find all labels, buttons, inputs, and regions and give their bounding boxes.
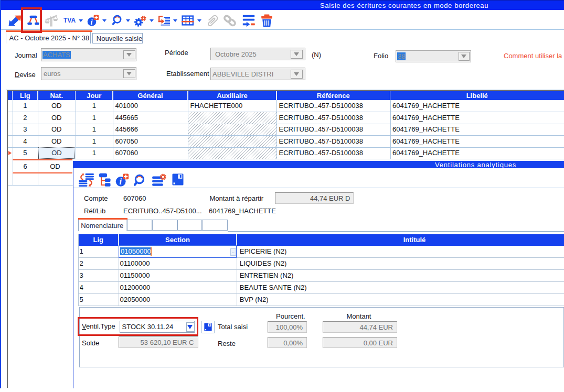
grid-cell-jour[interactable]: 1 (76, 100, 113, 112)
grid-header-libelle[interactable]: Libellé (390, 91, 564, 100)
grid-cell-nat[interactable]: OD (38, 136, 76, 148)
grid-header-jour[interactable]: Jour (76, 91, 113, 100)
tva-dropdown-icon[interactable] (79, 19, 83, 22)
grid-cell-lig[interactable]: 1 (13, 100, 38, 112)
list-settings-icon[interactable] (152, 173, 168, 187)
section-cell-lig[interactable]: 1 (80, 246, 116, 258)
tab-empty-4[interactable] (202, 220, 228, 231)
section-cell-lig[interactable]: 4 (80, 282, 116, 294)
grid-cell-libelle[interactable]: 6041769_HACHETTE (392, 124, 564, 136)
transfer-icon[interactable] (78, 173, 94, 187)
section-cell-lig[interactable]: 2 (80, 258, 116, 270)
send-dropdown-icon[interactable] (173, 19, 177, 22)
import-lines-icon[interactable] (242, 15, 255, 27)
section-cell-section[interactable]: 01150000 (120, 270, 236, 282)
section-cell-section[interactable]: 02050000 (120, 294, 236, 306)
section-cell-section[interactable]: 01200000 (120, 282, 236, 294)
section-cell-intitule[interactable]: BVP (N2) (240, 294, 561, 306)
grid-cell-auxiliaire[interactable]: FHACHETTE000 (190, 100, 276, 112)
table-icon[interactable] (182, 15, 194, 26)
grid-cell-general[interactable]: 445666 (115, 124, 188, 136)
grid-cell-nat[interactable]: OD (38, 112, 76, 124)
section-row-separator (78, 306, 564, 306)
grid-cell-jour[interactable]: 1 (76, 124, 113, 136)
section-cell-intitule[interactable]: LIQUIDES (N2) (240, 258, 561, 270)
section-editor-cell[interactable]: 01050000 .. (119, 245, 237, 258)
etablissement-combo[interactable]: ABBEVILLE DISTRI (210, 68, 305, 80)
grid-cell-lig[interactable]: 4 (13, 136, 38, 148)
panel-search-icon[interactable] (134, 174, 146, 186)
grid-cell-reference[interactable]: ECRITUBO..457-D5100038 (279, 100, 390, 112)
grid-cell-lig[interactable]: 3 (13, 124, 38, 136)
grid-cell-reference[interactable]: ECRITUBO..457-D5100038 (279, 136, 390, 148)
info-dropdown-icon[interactable] (102, 19, 107, 22)
grid-cell-lig[interactable]: 2 (13, 112, 38, 124)
section-cell-lig[interactable]: 5 (80, 294, 116, 306)
section-cell-lig[interactable]: 3 (80, 270, 116, 282)
tree-icon[interactable] (99, 173, 111, 187)
tab-entry-batch[interactable]: AC - Octobre 2025 - N° 38 (6, 32, 91, 43)
grid-cell-jour[interactable]: 1 (76, 136, 113, 148)
grid-cell-general[interactable]: 607050 (115, 136, 188, 148)
section-cell-intitule[interactable]: BEAUTE SANTE (N2) (240, 282, 561, 294)
grid-cell-libelle[interactable]: 6041769_HACHETTE (392, 100, 564, 112)
panel-save-icon[interactable] (172, 173, 184, 186)
grid-header-nat[interactable]: Nat. (38, 91, 76, 100)
grid-cell-general[interactable]: 401000 (115, 100, 188, 112)
grid-cell-general[interactable]: 445665 (115, 112, 188, 124)
grid-cell-nat[interactable]: OD (38, 124, 76, 136)
grid-header-auxiliaire[interactable]: Auxiliaire (188, 91, 276, 100)
exit-icon[interactable] (8, 15, 22, 27)
section-browse-button[interactable]: .. (230, 248, 237, 256)
help-link[interactable]: Comment utiliser la (504, 52, 562, 60)
grid-cell-reference[interactable]: ECRITUBO..457-D5100038 (279, 112, 390, 124)
grid-cell-jour[interactable]: 1 (76, 112, 113, 124)
section-header-lig[interactable]: Lig (67, 234, 130, 246)
grid-cell-libelle[interactable]: 6041769_HACHETTE (392, 136, 564, 148)
row6-lig[interactable]: 6 (13, 161, 38, 173)
settings-dropdown-icon[interactable] (150, 19, 154, 22)
grid-cell-jour[interactable]: 1 (76, 147, 113, 159)
folio-dropdown-button[interactable] (459, 52, 470, 61)
trash-icon[interactable] (261, 14, 273, 27)
row6-nat[interactable]: OD (38, 161, 72, 173)
grid-cell-reference[interactable]: ECRITUBO..457-D5100038 (279, 147, 390, 159)
settings-icon[interactable] (134, 15, 147, 27)
section-cell-intitule[interactable]: EPICERIE (N2) (240, 246, 561, 258)
devise-combo[interactable]: euros (41, 67, 136, 80)
etablissement-dropdown-button[interactable] (291, 70, 303, 79)
grid-cell-libelle[interactable]: 6041769_HACHETTE (392, 112, 564, 124)
section-cell-intitule[interactable]: ENTRETIEN (N2) (240, 270, 561, 282)
table-dropdown-icon[interactable] (197, 19, 201, 22)
section-cell-section[interactable]: 01100000 (120, 258, 236, 270)
devise-dropdown-button[interactable] (123, 69, 135, 79)
save-ventil-icon (204, 323, 212, 331)
grid-cell-libelle[interactable]: 6041769_HACHETTE (392, 147, 564, 159)
grid-cell-reference[interactable]: ECRITUBO..457-D5100038 (279, 124, 390, 136)
tab-empty-2[interactable] (152, 220, 177, 231)
tab-new-entry[interactable]: Nouvelle saisie (92, 33, 143, 43)
grid-header-general[interactable]: Général (113, 91, 188, 100)
grid-cell-general[interactable]: 607060 (115, 147, 188, 159)
grid-header-reference[interactable]: Référence (276, 91, 390, 100)
panel-info-add-icon[interactable] (115, 173, 129, 187)
search-icon[interactable] (112, 15, 123, 25)
info-add-icon[interactable] (87, 15, 99, 26)
tab-empty-3[interactable] (177, 220, 203, 231)
grid-header-lig[interactable]: Lig (13, 91, 38, 100)
journal-combo[interactable]: ACHATS (41, 48, 136, 61)
tab-empty-1[interactable] (127, 220, 152, 231)
grid-cell-lig[interactable]: 5 (13, 147, 38, 159)
periode-dropdown-button[interactable] (291, 50, 303, 59)
tab-nomenclature[interactable]: Nomenclature (78, 218, 126, 231)
save-ventil-button[interactable] (201, 321, 215, 333)
folio-combo[interactable]: 38 (396, 50, 471, 62)
section-header-section[interactable]: Section (146, 234, 209, 246)
search-dropdown-icon[interactable] (126, 19, 130, 22)
periode-combo[interactable]: Octobre 2025 (210, 48, 305, 60)
grid-cell-nat[interactable]: OD (38, 100, 76, 112)
send-to-list-icon[interactable] (157, 15, 171, 26)
section-header-intitule[interactable]: Intitulé (383, 234, 446, 246)
journal-dropdown-button[interactable] (123, 50, 135, 60)
tva-menu[interactable]: TVA (63, 17, 76, 24)
